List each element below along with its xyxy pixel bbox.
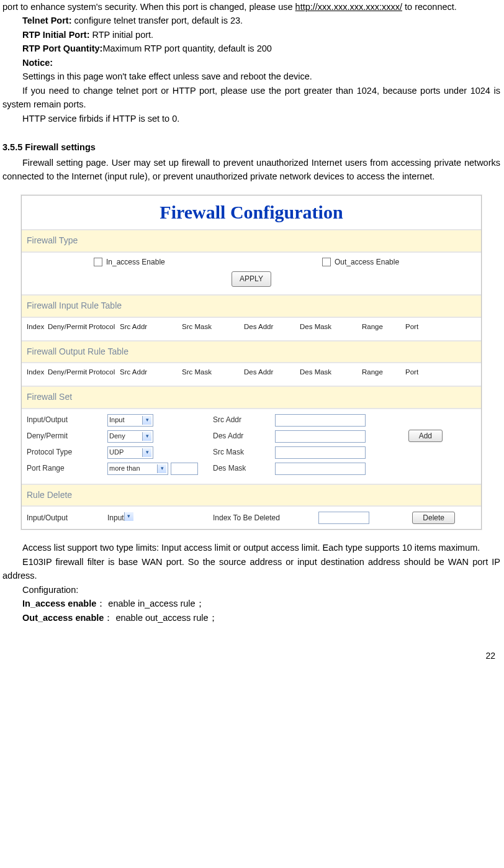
rd-index-label: Index To Be Deleted — [213, 512, 318, 524]
text: Maximum RTP port quantity, default is 20… — [102, 43, 271, 53]
rtp-initial-line: RTP Initial Port: RTP initial port. — [2, 28, 500, 42]
col-des-mask: Des Mask — [300, 322, 362, 333]
io-label: Input/Output — [27, 414, 107, 426]
src-mask-input[interactable] — [275, 446, 366, 459]
port-range-value: more than — [109, 463, 140, 474]
port-range-select[interactable]: more than▾ — [107, 463, 168, 475]
text: configure telnet transfer port, default … — [71, 16, 243, 25]
in-access-checkbox[interactable] — [94, 258, 102, 266]
col-des-addr: Des Addr — [244, 367, 300, 378]
rd-io-value: Input — [107, 512, 124, 524]
col-src-addr: Src Addr — [120, 322, 182, 333]
chevron-down-icon: ▾ — [142, 448, 151, 457]
des-addr-label: Des Addr — [213, 430, 275, 442]
deny-permit-value: Deny — [109, 431, 125, 441]
src-mask-label: Src Mask — [213, 446, 275, 458]
des-mask-input[interactable] — [275, 463, 366, 475]
firewall-config-screenshot: Firewall Configuration Firewall Type In_… — [21, 195, 482, 530]
input-rule-header: Firewall Input Rule Table — [22, 294, 481, 318]
rd-io-label: Input/Output — [27, 512, 107, 524]
output-rule-columns: Index Deny/Permit Protocol Src Addr Src … — [22, 363, 481, 382]
port-range-label: Port Range — [27, 463, 107, 474]
output-rule-header: Firewall Output Rule Table — [22, 340, 481, 364]
col-range: Range — [362, 322, 405, 333]
add-button[interactable]: Add — [408, 430, 443, 442]
deny-permit-label: Deny/Permit — [27, 430, 107, 442]
firewall-type-header: Firewall Type — [22, 229, 481, 253]
rd-index-input[interactable] — [318, 512, 369, 524]
section-body: Firewall setting page. User may set up f… — [2, 156, 500, 184]
firewall-type-row: In_access Enable Out_access Enable — [22, 253, 481, 272]
label: In_access enable — [22, 599, 96, 608]
col-port: Port — [405, 367, 433, 378]
page-number: 22 — [2, 625, 500, 663]
col-deny-permit: Deny/Permit — [48, 367, 89, 378]
screenshot-title: Firewall Configuration — [22, 196, 481, 230]
col-src-addr: Src Addr — [120, 367, 182, 378]
apply-button[interactable]: APPLY — [232, 271, 271, 287]
col-index: Index — [27, 367, 48, 378]
col-index: Index — [27, 322, 48, 333]
protocol-value: UDP — [109, 447, 124, 458]
des-addr-input[interactable] — [275, 430, 366, 443]
deny-permit-select[interactable]: Deny▾ — [107, 430, 153, 443]
notice-line-3: HTTP service firbids if HTTP is set to 0… — [2, 112, 500, 125]
rule-delete-row: Input/Output Input▾ Index To Be Deleted … — [22, 507, 481, 529]
rule-delete-header: Rule Delete — [22, 484, 481, 507]
out-access-label: Out_access Enable — [335, 256, 399, 268]
body-text: port to enhance system's security. When … — [2, 0, 500, 14]
section-heading: 3.5.5 Firewall settings — [2, 140, 500, 154]
notice-line-1: Settings in this page won't take effect … — [2, 70, 500, 83]
col-src-mask: Src Mask — [182, 322, 244, 333]
notice-label: Notice: — [2, 56, 500, 70]
protocol-select[interactable]: UDP▾ — [107, 446, 153, 459]
src-addr-label: Src Addr — [213, 414, 275, 426]
col-deny-permit: Deny/Permit — [48, 322, 89, 333]
in-access-enable-line: In_access enable： enable in_access rule； — [2, 597, 500, 610]
telnet-port-line: Telnet Port: configure telnet transfer p… — [2, 14, 500, 27]
label: Notice: — [22, 58, 53, 68]
out-access-checkbox[interactable] — [322, 258, 331, 266]
col-protocol: Protocol — [89, 322, 120, 333]
configuration-label: Configuration: — [2, 583, 500, 597]
label: Telnet Port: — [22, 16, 71, 25]
text: RTP initial port. — [92, 30, 154, 40]
io-select[interactable]: Input▾ — [107, 414, 153, 427]
out-access-enable-line: Out_access enable： enable out_access rul… — [2, 611, 500, 625]
after-line-1: Access list support two type limits: Inp… — [2, 541, 500, 554]
input-rule-columns: Index Deny/Permit Protocol Src Addr Src … — [22, 318, 481, 337]
url-text: http://xxx.xxx.xxx.xxx:xxxx/ — [295, 2, 402, 12]
text: ： enable out_access rule； — [104, 613, 217, 623]
des-mask-label: Des Mask — [213, 463, 275, 474]
chevron-down-icon: ▾ — [142, 416, 151, 425]
delete-button[interactable]: Delete — [412, 512, 455, 524]
chevron-down-icon: ▾ — [142, 432, 151, 441]
label: Out_access enable — [22, 613, 104, 623]
col-protocol: Protocol — [89, 367, 120, 378]
text-fragment: port to enhance system's security. When … — [2, 2, 295, 12]
text: ： enable in_access rule； — [96, 599, 204, 608]
src-addr-input[interactable] — [275, 414, 366, 427]
in-access-label: In_access Enable — [106, 256, 165, 268]
io-value: Input — [109, 415, 124, 425]
rd-io-select[interactable]: Input▾ — [107, 512, 150, 524]
rtp-qty-line: RTP Port Quantity:Maximum RTP port quant… — [2, 42, 500, 55]
col-range: Range — [362, 367, 405, 378]
col-port: Port — [405, 322, 433, 333]
after-line-2: E103IP firewall filter is base WAN port.… — [2, 555, 500, 583]
chevron-down-icon: ▾ — [124, 512, 133, 521]
text-fragment: to reconnect. — [402, 2, 457, 12]
col-des-mask: Des Mask — [300, 367, 362, 378]
protocol-label: Protocol Type — [27, 446, 107, 458]
col-des-addr: Des Addr — [244, 322, 300, 333]
port-range-input[interactable] — [171, 463, 198, 475]
firewall-set-header: Firewall Set — [22, 386, 481, 409]
label: RTP Initial Port: — [22, 30, 92, 40]
notice-line-2: If you need to change telnet port or HTT… — [2, 84, 500, 112]
chevron-down-icon: ▾ — [157, 464, 166, 473]
label: RTP Port Quantity: — [22, 43, 102, 53]
firewall-set-grid: Input/Output Input▾ Src Addr Deny/Permit… — [22, 409, 481, 480]
col-src-mask: Src Mask — [182, 367, 244, 378]
